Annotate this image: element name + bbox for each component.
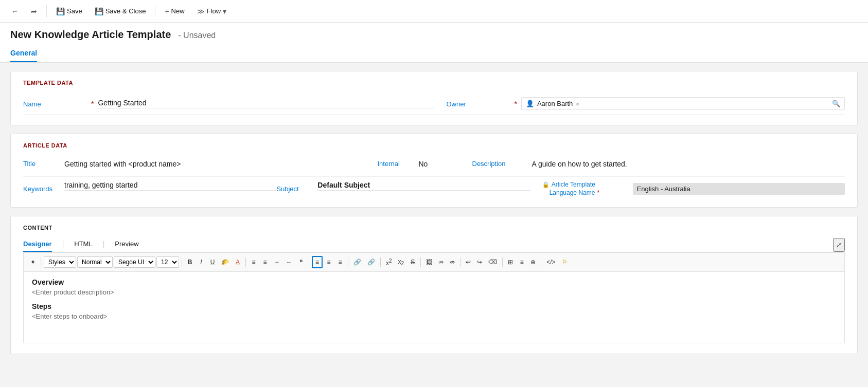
unlink-button[interactable]: 🔗 [365,257,378,267]
tab-bar: General [0,41,868,63]
expand-button[interactable]: ⤢ [833,238,845,252]
et-divider-7 [420,257,421,267]
owner-label: Owner [447,99,508,108]
steps-heading: Steps [32,302,836,310]
font-select[interactable]: Segoe UI [114,256,155,268]
keywords-label: Keywords [23,181,64,197]
save-button[interactable]: 💾 Save [51,4,87,19]
save-close-label: Save & Close [105,7,146,15]
lang-label-line1: Article Template [552,181,595,188]
table-button[interactable]: ⊞ [505,257,516,267]
superscript-button[interactable]: x2 [383,256,395,268]
lang-required: * [597,189,599,196]
et-divider-9 [502,257,503,267]
save-close-icon: 💾 [95,7,103,15]
title-label: Title [23,156,64,172]
lang-lock-icon: 🔒 [542,181,550,188]
owner-close-button[interactable]: × [576,101,579,107]
new-label: New [171,7,185,15]
internal-label: Internal [378,156,419,172]
editor-toolbar: ✦ Styles Normal Segoe UI 12 B I U 🌮 A ≡ … [23,252,845,271]
tab-preview[interactable]: Preview [115,237,138,252]
ul-button[interactable]: ≡ [249,257,259,267]
ol-button[interactable]: ≡ [260,257,270,267]
owner-required: * [515,100,517,108]
strikethrough-button[interactable]: S [408,257,418,267]
redo-button[interactable]: ↪ [474,257,485,267]
font-color-button[interactable]: A [233,257,243,267]
share-icon: ➦ [31,7,37,15]
main-toolbar: ← ➦ 💾 Save 💾 Save & Close + New ≫ Flow ▾ [0,0,868,23]
et-divider-8 [460,257,460,267]
save-icon: 💾 [56,7,65,15]
et-divider-1 [41,257,41,267]
owner-field[interactable]: 👤 Aaron Barth × 🔍 [521,97,845,110]
underline-button[interactable]: U [207,257,218,267]
format-select[interactable]: Normal [77,256,113,268]
keywords-field[interactable]: training, getting started [64,181,276,191]
et-divider-5 [348,257,348,267]
name-field[interactable]: Getting Started [98,99,434,108]
name-required: * [91,100,94,108]
save-label: Save [67,7,82,15]
image-button[interactable]: 🖼 [423,257,435,267]
bold-button[interactable]: B [185,257,195,267]
toolbar-divider-2 [155,5,155,17]
flow-button[interactable]: ≫ Flow ▾ [192,4,232,19]
subject-value: Default Subject [317,181,370,189]
template-data-title: TEMPLATE DATA [23,80,845,86]
ltr-button[interactable]: ⇎ [447,257,457,267]
subject-field[interactable]: Default Subject [317,181,529,191]
tab-html[interactable]: HTML [74,237,92,252]
owner-search-icon[interactable]: 🔍 [832,100,840,107]
indent-button[interactable]: → [271,257,282,267]
lang-value[interactable]: English - Australia [633,183,845,195]
flow-icon: ≫ [197,7,205,15]
description-value: A guide on how to get started. [532,156,845,172]
editor-content[interactable]: Overview <Enter product description> Ste… [23,271,845,343]
new-button[interactable]: + New [160,4,189,19]
share-button[interactable]: ➦ [26,4,42,19]
content-tab-bar: Designer | HTML | Preview [23,237,833,252]
lang-value-container: English - Australia [633,181,845,195]
align-center-button[interactable]: ≡ [324,257,334,267]
link-button[interactable]: 🔗 [351,257,364,267]
eraser-button[interactable]: ⌫ [486,257,500,267]
styles-select[interactable]: Styles [44,256,76,268]
wand-button[interactable]: ✦ [28,257,38,267]
page-title-bar: New Knowledge Article Template - Unsaved [0,23,868,41]
flag-button[interactable]: 🏳 [559,257,571,267]
expand-icon: ⤢ [836,241,842,249]
insert-button[interactable]: ⊕ [528,257,538,267]
highlight-button[interactable]: 🌮 [219,257,232,267]
main-content: TEMPLATE DATA Name * Getting Started Own… [0,63,868,362]
owner-name-value: Aaron Barth [537,100,573,107]
italic-button[interactable]: I [196,257,206,267]
outdent-button[interactable]: ← [284,257,295,267]
rtl-button[interactable]: ⇏ [436,257,446,267]
back-icon: ← [11,7,19,15]
article-data-section: ARTICLE DATA Title Getting started with … [10,134,858,208]
back-button[interactable]: ← [6,4,24,19]
align-right-button[interactable]: ≡ [335,257,345,267]
undo-button[interactable]: ↩ [463,257,473,267]
lang-label-row2: Language Name * [542,189,633,196]
quote-button[interactable]: ❝ [296,257,306,267]
lang-field-wrap: 🔒 Article Template Language Name * [530,181,633,196]
article-data-title: ARTICLE DATA [23,142,845,149]
code-button[interactable]: </> [544,257,558,267]
page-unsaved-label: - Unsaved [178,31,216,40]
list-style-button[interactable]: ≡ [517,257,527,267]
overview-placeholder: <Enter product description> [32,288,836,296]
save-close-button[interactable]: 💾 Save & Close [90,4,151,19]
tab-designer[interactable]: Designer [23,237,52,252]
content-section: CONTENT Designer | HTML | Preview ⤢ ✦ [10,216,858,354]
size-select[interactable]: 12 [156,256,179,268]
description-label: Description [460,156,532,172]
tab-general[interactable]: General [10,45,37,62]
subscript-button[interactable]: x2 [396,256,407,268]
toolbar-divider-1 [46,5,47,17]
align-left-button[interactable]: ≡ [312,256,323,268]
tab-divider-1: | [62,237,64,252]
flow-dropdown-icon: ▾ [223,7,226,15]
